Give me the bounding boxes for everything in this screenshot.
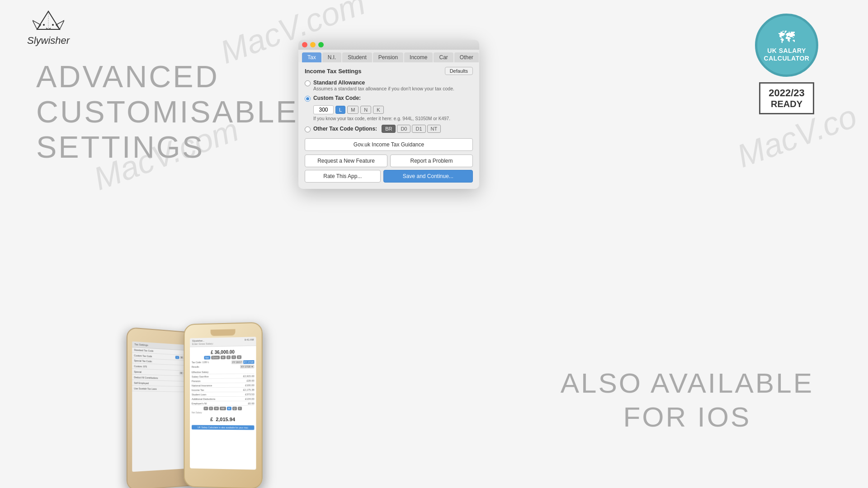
rate-app-button[interactable]: Rate This App... <box>305 170 381 183</box>
heading-line2: CUSTOMISABLE <box>36 94 271 129</box>
maximize-button-dot[interactable] <box>318 42 324 47</box>
uk-map-icon: 🗺 <box>778 28 795 47</box>
tab-other[interactable]: Other <box>454 52 479 62</box>
close-button-dot[interactable] <box>302 42 307 47</box>
heading-line1: ADVANCED <box>36 59 271 94</box>
year-text: 2022/23 <box>769 87 805 99</box>
tax-code-input-row: L M N K <box>313 105 473 114</box>
ios-heading-line1: ALSO AVAILABLE <box>561 366 814 400</box>
other-tax-row: Other Tax Code Options: BR D0 D1 NT <box>305 125 473 133</box>
svg-point-4 <box>52 24 54 26</box>
tab-pension[interactable]: Pension <box>373 52 403 62</box>
tab-student[interactable]: Student <box>342 52 372 62</box>
phone-salary-display: £ 36,000.00 <box>192 347 254 356</box>
report-problem-button[interactable]: Report a Problem <box>390 155 473 167</box>
main-heading: ADVANCED CUSTOMISABLE SETTINGS <box>36 59 271 165</box>
standard-allowance-sub: Assumes a standard tax allowance if you … <box>313 86 454 91</box>
screen-row-student: Student Loan£373.53 <box>192 392 254 397</box>
action-row: Request a New Feature Report a Problem <box>305 155 473 167</box>
other-tax-label: Other Tax Code Options: <box>313 126 377 132</box>
custom-tax-label: Custom Tax Code: <box>313 95 361 101</box>
phone-screen: Slywisher... 9:41 AM Enter Gross Salary:… <box>190 337 256 469</box>
dialog-titlebar <box>298 40 479 50</box>
logo-area: Slywisher <box>27 9 70 47</box>
tab-tax[interactable]: Tax <box>302 52 321 62</box>
gov-guidance-button[interactable]: Gov.uk Income Tax Guidance <box>305 138 473 151</box>
ready-text: READY <box>769 99 805 109</box>
other-btn-nt[interactable]: NT <box>427 125 441 133</box>
action-row-2: Rate This App... Save and Continue... <box>305 170 473 183</box>
ios-heading-line2: FOR iOS <box>561 400 814 434</box>
other-btn-br[interactable]: BR <box>382 125 396 133</box>
heading-line3: SETTINGS <box>36 129 271 164</box>
svg-point-3 <box>43 24 45 26</box>
phones-area: Tax Settings Standard Tax Code Custom Ta… <box>127 323 262 488</box>
ios-text: ALSO AVAILABLE FOR iOS <box>561 366 814 434</box>
other-tax-buttons: BR D0 D1 NT <box>382 125 441 133</box>
request-feature-button[interactable]: Request a New Feature <box>305 155 387 167</box>
tab-ni[interactable]: N.I. <box>322 52 342 62</box>
standard-allowance-row: Standard Allowance Assumes a standard ta… <box>305 80 473 91</box>
uk-salary-badge: 🗺 UK SALARYCALCULATOR <box>755 14 818 77</box>
screen-row-employers-ni: Employer's NI£0.00 <box>192 401 254 406</box>
phone-screen-body: £ 36,000.00 Net Gross W D H M Tax Code: … <box>190 346 256 432</box>
phone-screen-header: Slywisher... 9:41 AM Enter Gross Salary: <box>190 337 256 347</box>
phone-front: Slywisher... 9:41 AM Enter Gross Salary:… <box>184 322 262 488</box>
save-continue-button[interactable]: Save and Continue... <box>383 170 473 183</box>
other-tax-radio[interactable] <box>305 127 311 132</box>
tax-btn-k[interactable]: K <box>373 106 383 114</box>
screen-row-tax: Income Tax£2,175.38 <box>192 388 254 393</box>
tax-code-input[interactable] <box>313 105 334 114</box>
dialog-body: Income Tax Settings Defaults Standard Al… <box>298 62 479 189</box>
logo-text: Slywisher <box>27 35 70 47</box>
badge-title: UK SALARYCALCULATOR <box>764 47 810 62</box>
standard-allowance-radio[interactable] <box>305 80 311 86</box>
defaults-button[interactable]: Defaults <box>445 67 473 75</box>
section-header: Income Tax Settings Defaults <box>305 67 473 75</box>
other-btn-d1[interactable]: D1 <box>412 125 425 133</box>
badge-area: 🗺 UK SALARYCALCULATOR 2022/23 READY <box>755 14 818 114</box>
section-title: Income Tax Settings <box>305 68 361 75</box>
custom-tax-row: Custom Tax Code: <box>305 95 473 102</box>
dialog-window: Tax N.I. Student Pension Income Car Othe… <box>298 40 479 189</box>
standard-allowance-info: Standard Allowance Assumes a standard ta… <box>313 80 454 91</box>
custom-tax-radio[interactable] <box>305 96 311 102</box>
heading-area: ADVANCED CUSTOMISABLE SETTINGS <box>36 59 271 165</box>
phone-net-salary: £ 2,015.94 <box>192 414 254 425</box>
tax-btn-n[interactable]: N <box>360 106 371 114</box>
tax-code-hint: If you know your tax code, enter it here… <box>313 116 473 121</box>
fox-logo-icon <box>33 9 64 34</box>
tax-btn-l[interactable]: L <box>335 106 345 114</box>
standard-allowance-label: Standard Allowance <box>313 80 454 86</box>
tab-income[interactable]: Income <box>404 52 433 62</box>
minimize-button-dot[interactable] <box>310 42 316 47</box>
screen-row-deductions: Additional Deductions£134.00 <box>192 397 254 401</box>
other-btn-d0[interactable]: D0 <box>397 125 410 133</box>
tab-car[interactable]: Car <box>434 52 453 62</box>
dialog-tabs: Tax N.I. Student Pension Income Car Othe… <box>298 50 479 62</box>
year-badge: 2022/23 READY <box>759 82 814 114</box>
tax-btn-m[interactable]: M <box>347 106 359 114</box>
